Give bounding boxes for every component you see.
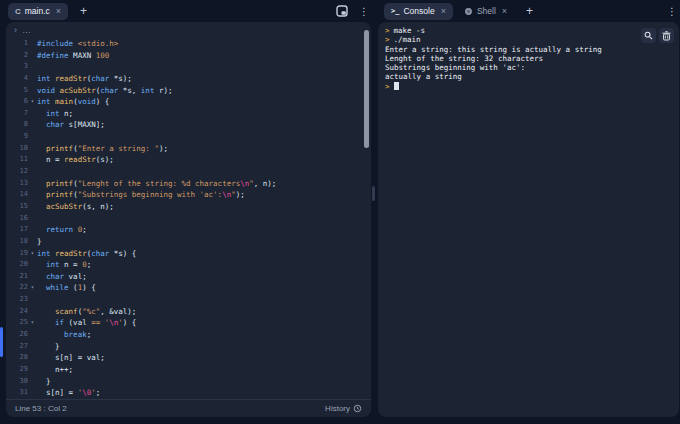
code-text: printf("Substrings beginning with 'ac':\… (37, 189, 245, 201)
line-number: 5 (6, 85, 28, 97)
code-line[interactable]: 21 char val; (6, 271, 363, 283)
line-number: 31 (6, 387, 28, 399)
editor-scrollbar-thumb[interactable] (364, 30, 369, 148)
line-number: 10 (6, 143, 28, 155)
code-line[interactable]: 11 n = readStr(s); (6, 154, 363, 166)
fold-spacer (28, 271, 37, 283)
clear-console-button[interactable] (659, 28, 674, 43)
code-text: scanf("%c", &val); (37, 306, 136, 318)
console-line: Enter a string: this string is actually … (385, 45, 672, 54)
history-button[interactable]: History (325, 404, 362, 413)
code-line[interactable]: 4int readStr(char *s); (6, 73, 363, 85)
code-line[interactable]: 24 scanf("%c", &val); (6, 306, 363, 318)
console-tabbar: >_ Console × Shell × + (384, 0, 533, 22)
code-line[interactable]: 28 s[n] = val; (6, 352, 363, 364)
code-text: int readStr(char *s) { (37, 248, 136, 260)
line-number: 2 (6, 50, 28, 62)
search-button[interactable] (641, 28, 656, 43)
console-line: Substrings beginning with 'ac': (385, 63, 672, 72)
close-icon[interactable]: × (56, 6, 61, 16)
console-line: >./main (385, 35, 672, 44)
tab-main-c[interactable]: C main.c × (8, 3, 68, 20)
line-number: 1 (6, 38, 28, 50)
line-number: 14 (6, 189, 28, 201)
code-text: #define MAXN 100 (37, 50, 109, 62)
line-number: 30 (6, 376, 28, 388)
code-line[interactable]: 13 printf("Lenght of the string: %d char… (6, 178, 363, 190)
code-line[interactable]: 19▾int readStr(char *s) { (6, 248, 363, 260)
fold-spacer (28, 201, 37, 213)
terminal-cursor[interactable] (394, 82, 399, 90)
fold-spacer (28, 294, 37, 306)
code-line[interactable]: 9 (6, 131, 363, 143)
code-line[interactable]: 17 return 0; (6, 224, 363, 236)
code-line[interactable]: 8 char s[MAXN]; (6, 119, 363, 131)
code-line[interactable]: 14 printf("Substrings beginning with 'ac… (6, 189, 363, 201)
line-number: 27 (6, 341, 28, 353)
code-line[interactable]: 30 } (6, 376, 363, 388)
fold-spacer (28, 352, 37, 364)
line-number: 19 (6, 248, 28, 260)
code-line[interactable]: 6▾int main(void) { (6, 96, 363, 108)
breadcrumb[interactable]: › … (6, 22, 371, 37)
console-kebab-menu-icon[interactable]: ⋮ (667, 6, 677, 17)
fold-spacer (28, 166, 37, 178)
fold-spacer (28, 224, 37, 236)
code-line[interactable]: 31 s[n] = '\0'; (6, 387, 363, 399)
code-line[interactable]: 7 int n; (6, 108, 363, 120)
layout-icon[interactable] (336, 5, 348, 17)
fold-spacer (28, 154, 37, 166)
trash-icon (662, 31, 671, 41)
left-edge-scroll-indicator[interactable] (0, 327, 3, 357)
code-line[interactable]: 10 printf("Enter a string: "); (6, 143, 363, 155)
new-tab-button[interactable]: + (80, 5, 87, 17)
code-line[interactable]: 5void acSubStr(char *s, int r); (6, 85, 363, 97)
code-line[interactable]: 23 (6, 294, 363, 306)
code-line[interactable]: 22▾ while (1) { (6, 282, 363, 294)
code-line[interactable]: 1#include <stdio.h> (6, 38, 363, 50)
breadcrumb-ellipsis: … (22, 25, 31, 35)
code-line[interactable]: 18} (6, 236, 363, 248)
code-line[interactable]: 29 n++; (6, 364, 363, 376)
line-number: 3 (6, 61, 28, 73)
code-line[interactable]: 15 acSubStr(s, n); (6, 201, 363, 213)
code-line[interactable]: 12 (6, 166, 363, 178)
fold-arrow-icon[interactable]: ▾ (28, 248, 37, 260)
code-text: #include <stdio.h> (37, 38, 118, 50)
line-number: 20 (6, 259, 28, 271)
fold-arrow-icon[interactable]: ▾ (28, 282, 37, 294)
tab-console[interactable]: >_ Console × (384, 3, 453, 20)
prompt-icon: > (385, 26, 390, 35)
code-line[interactable]: 2#define MAXN 100 (6, 50, 363, 62)
code-line[interactable]: 16 (6, 213, 363, 225)
code-line[interactable]: 3 (6, 61, 363, 73)
code-text: int readStr(char *s); (37, 73, 132, 85)
line-number: 11 (6, 154, 28, 166)
code-line[interactable]: 20 int n = 0; (6, 259, 363, 271)
line-number: 4 (6, 73, 28, 85)
code-line[interactable]: 26 break; (6, 329, 363, 341)
fold-arrow-icon[interactable]: ▾ (28, 96, 37, 108)
new-console-tab-button[interactable]: + (526, 5, 533, 17)
close-icon[interactable]: × (502, 6, 507, 16)
editor-tabbar: C main.c × + (8, 0, 330, 22)
line-number: 16 (6, 213, 28, 225)
tab-main-c-label: main.c (25, 6, 50, 16)
code-text: } (37, 376, 51, 388)
code-line[interactable]: 27 } (6, 341, 363, 353)
history-label: History (325, 404, 350, 413)
pane-resize-handle[interactable] (372, 186, 375, 201)
console-text: actually a string (385, 72, 462, 81)
code-text: return 0; (37, 224, 87, 236)
line-number: 25 (6, 317, 28, 329)
tab-shell[interactable]: Shell × (457, 3, 514, 20)
code-text: acSubStr(s, n); (37, 201, 114, 213)
line-number: 23 (6, 294, 28, 306)
fold-arrow-icon[interactable]: ▾ (28, 317, 37, 329)
close-icon[interactable]: × (441, 6, 446, 16)
editor-kebab-menu-icon[interactable]: ⋮ (359, 6, 369, 17)
code-line[interactable]: 25▾ if (val == '\n') { (6, 317, 363, 329)
line-number: 17 (6, 224, 28, 236)
line-number: 21 (6, 271, 28, 283)
console-text: make -s (394, 26, 426, 35)
